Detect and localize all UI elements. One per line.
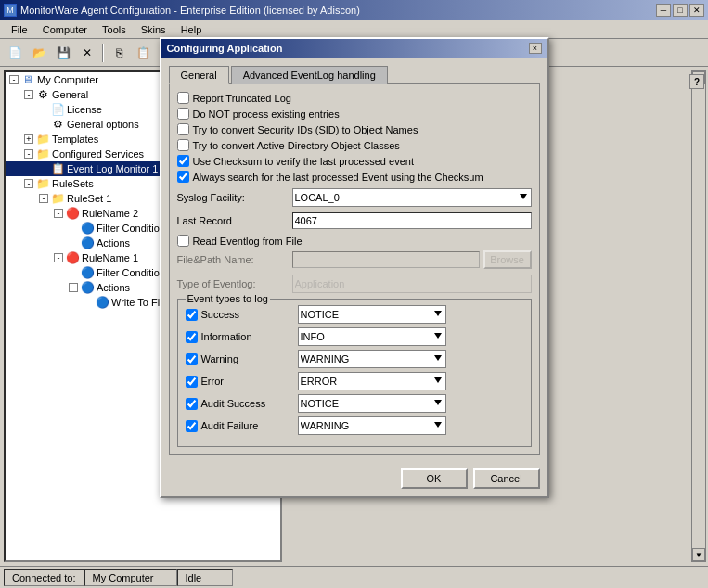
eventlogtype-select[interactable]: Application <box>292 275 532 293</box>
menu-skins[interactable]: Skins <box>134 22 174 37</box>
select-error[interactable]: ERROR <box>298 372 446 390</box>
checkbox-always-search[interactable] <box>177 171 189 183</box>
filepath-row: File&Path Name: Browse <box>177 250 532 269</box>
menu-bar: File Computer Tools Skins Help <box>0 20 708 39</box>
checkbox-use-checksum[interactable] <box>177 155 189 167</box>
menu-computer[interactable]: Computer <box>35 22 95 37</box>
scroll-down-button[interactable]: ▼ <box>692 548 705 561</box>
maximize-button[interactable]: □ <box>673 4 688 17</box>
checkbox-not-process[interactable] <box>177 108 189 120</box>
filter1-icon: 🔵 <box>80 222 95 235</box>
label-always-search: Always search for the last processed Eve… <box>193 172 483 183</box>
minimize-button[interactable]: ─ <box>656 4 671 17</box>
open-button[interactable]: 📂 <box>28 43 50 63</box>
checkbox-information[interactable] <box>186 331 198 343</box>
label-convert-sid: Try to convert Security IDs (SID) to Obj… <box>193 124 418 135</box>
checkbox-warning[interactable] <box>186 353 198 365</box>
new-button[interactable]: 📄 <box>4 43 26 63</box>
tree-toggle-actions2[interactable]: - <box>69 283 78 292</box>
save-button[interactable]: 💾 <box>52 43 74 63</box>
rulename2-icon: 🔴 <box>65 207 80 220</box>
dialog-buttons: OK Cancel <box>161 463 547 496</box>
tree-toggle-ruleset1[interactable]: - <box>39 194 48 203</box>
checkbox-convert-sid[interactable] <box>177 123 189 135</box>
app-icon: M <box>4 4 17 17</box>
tree-label-actions1: Actions <box>97 237 130 249</box>
actions2-icon: 🔵 <box>80 281 95 294</box>
templates-icon: 📁 <box>35 133 50 146</box>
select-auditsuccess[interactable]: NOTICE <box>298 394 446 413</box>
select-success[interactable]: NOTICE <box>298 305 446 324</box>
checkbox-auditfailure[interactable] <box>186 420 198 432</box>
eventlogtype-row: Type of Eventlog: Application <box>177 275 532 293</box>
syslog-facility-row: Syslog Facility: LOCAL_0 <box>177 188 532 207</box>
event-row-information: Information INFO <box>186 327 523 346</box>
computer-icon: 🖥 <box>20 73 35 86</box>
checkbox-read-eventlog[interactable] <box>177 235 189 247</box>
select-auditfailure[interactable]: WARNING <box>298 416 446 435</box>
tree-label-general: General <box>52 89 88 100</box>
cancel-button[interactable]: Cancel <box>473 468 540 489</box>
syslog-facility-select[interactable]: LOCAL_0 <box>292 188 532 207</box>
dialog-configuring-application[interactable]: Configuring Application × General Advanc… <box>160 37 549 498</box>
checkbox-report-truncated[interactable] <box>177 92 189 104</box>
tree-toggle-general[interactable]: - <box>24 90 33 99</box>
actions1-icon: 🔵 <box>80 236 95 249</box>
tree-label-ruleset1: RuleSet 1 <box>67 193 111 204</box>
label-information: Information <box>201 331 294 342</box>
tree-toggle-mycomputer[interactable]: - <box>9 75 19 84</box>
tab-general[interactable]: General <box>169 66 229 84</box>
checkbox-row-1: Do NOT process existing entries <box>177 108 532 120</box>
label-report-truncated: Report Truncated Log <box>193 93 291 104</box>
tree-label-templates: Templates <box>52 134 98 145</box>
checkbox-auditsuccess[interactable] <box>186 398 198 410</box>
dialog-content: General Advanced EventLog handling Repor… <box>161 58 547 463</box>
tree-toggle-rulename2[interactable]: - <box>54 209 63 218</box>
copy-button[interactable]: ⎘ <box>108 43 130 63</box>
filepath-label: File&Path Name: <box>177 254 289 265</box>
browse-button[interactable]: Browse <box>483 250 532 269</box>
eventlogmonitor-icon: 📋 <box>50 162 65 175</box>
tree-toggle-templates[interactable]: + <box>24 134 33 144</box>
checkbox-success[interactable] <box>186 309 198 321</box>
label-use-checksum: Use Checksum to verify the last processe… <box>193 156 414 167</box>
license-icon: 📄 <box>50 103 65 116</box>
select-information[interactable]: INFO <box>298 327 446 346</box>
close-button[interactable]: ✕ <box>689 4 704 17</box>
configuredservices-icon: 📁 <box>35 147 50 160</box>
help-button[interactable]: ? <box>689 74 704 89</box>
checkbox-convert-ad[interactable] <box>177 139 189 151</box>
checkbox-error[interactable] <box>186 376 198 388</box>
tree-label-generaloptions: General options <box>67 119 139 130</box>
menu-tools[interactable]: Tools <box>95 22 134 37</box>
menu-file[interactable]: File <box>4 22 35 37</box>
title-bar-buttons: ─ □ ✕ <box>656 4 704 17</box>
generaloptions-icon: ⚙ <box>50 118 65 131</box>
event-row-auditsuccess: Audit Success NOTICE <box>186 394 523 413</box>
tree-toggle-rulename1[interactable]: - <box>54 253 63 262</box>
dialog-titlebar: Configuring Application × <box>161 39 547 58</box>
event-row-success: Success NOTICE <box>186 305 523 324</box>
title-bar: M MonitorWare Agent Configuration - Ente… <box>0 0 708 20</box>
status-connected-label: Connected to: <box>4 569 84 586</box>
last-record-label: Last Record <box>177 215 289 226</box>
tree-toggle-rulesets[interactable]: - <box>24 179 33 188</box>
rulesets-icon: 📁 <box>35 177 50 190</box>
ok-button[interactable]: OK <box>401 468 468 489</box>
read-eventlog-row: Read Eventlog from File <box>177 235 532 247</box>
tree-toggle-configuredservices[interactable]: - <box>24 149 33 159</box>
menu-help[interactable]: Help <box>174 22 210 37</box>
delete-button[interactable]: ✕ <box>76 43 98 63</box>
tree-label-rulename2: RuleName 2 <box>82 208 138 219</box>
last-record-input[interactable] <box>292 212 532 229</box>
tab-advanced[interactable]: Advanced EventLog handling <box>231 66 388 84</box>
label-auditfailure: Audit Failure <box>201 420 294 431</box>
paste-button[interactable]: 📋 <box>132 43 154 63</box>
filepath-input[interactable] <box>292 251 480 268</box>
event-types-label: Event types to log <box>186 293 270 304</box>
eventlogtype-label: Type of Eventlog: <box>177 278 289 289</box>
select-warning[interactable]: WARNING <box>298 350 446 368</box>
dialog-close-button[interactable]: × <box>529 43 542 54</box>
tree-label-license: License <box>67 104 102 115</box>
checkbox-row-4: Use Checksum to verify the last processe… <box>177 155 532 167</box>
